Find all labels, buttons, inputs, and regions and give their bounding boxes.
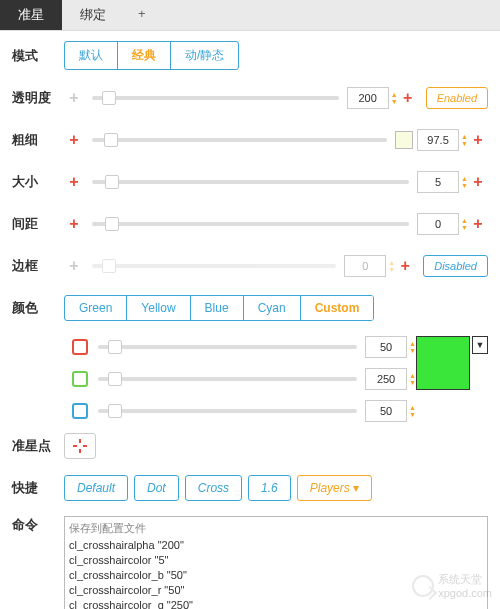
row-alpha: 透明度 + 200 ▲▼ + Enabled [12, 84, 488, 112]
thickness-swatch [395, 131, 413, 149]
mode-dynamic[interactable]: 动/静态 [171, 42, 238, 69]
plus-icon[interactable]: + [64, 215, 84, 233]
plus-icon[interactable]: + [395, 257, 415, 275]
gap-slider[interactable] [92, 222, 409, 226]
row-quick: 快捷 Default Dot Cross 1.6 Players [12, 474, 488, 502]
alpha-status[interactable]: Enabled [426, 87, 488, 109]
tab-add[interactable]: + [124, 0, 160, 30]
plus-icon[interactable]: + [64, 173, 84, 191]
outline-label: 边框 [12, 257, 64, 275]
plus-icon[interactable]: + [64, 257, 84, 275]
size-value[interactable]: 5 [417, 171, 459, 193]
plus-icon[interactable]: + [468, 173, 488, 191]
plus-icon[interactable]: + [468, 215, 488, 233]
blue-swatch [72, 403, 88, 419]
size-slider[interactable] [92, 180, 409, 184]
color-dropdown[interactable]: ▼ [472, 336, 488, 354]
mode-default[interactable]: 默认 [65, 42, 118, 69]
thickness-spinner[interactable]: ▲▼ [461, 133, 468, 147]
size-spinner[interactable]: ▲▼ [461, 175, 468, 189]
thickness-label: 粗细 [12, 131, 64, 149]
tab-bar: 准星 绑定 + [0, 0, 500, 31]
plus-icon[interactable]: + [398, 89, 418, 107]
plus-icon[interactable]: + [64, 131, 84, 149]
tab-bind[interactable]: 绑定 [62, 0, 124, 30]
plus-icon[interactable]: + [64, 89, 84, 107]
tab-crosshair[interactable]: 准星 [0, 0, 62, 30]
color-green[interactable]: Green [65, 296, 127, 320]
red-slider[interactable] [98, 345, 357, 349]
outline-slider[interactable] [92, 264, 336, 268]
color-label: 颜色 [12, 299, 64, 317]
row-outline: 边框 + 0 ▲▼ + Disabled [12, 252, 488, 280]
row-mode: 模式 默认 经典 动/静态 [12, 41, 488, 70]
color-cyan[interactable]: Cyan [244, 296, 301, 320]
thickness-slider[interactable] [92, 138, 387, 142]
cmd-save-title: 保存到配置文件 [69, 521, 483, 536]
red-value[interactable]: 50 [365, 336, 407, 358]
color-preview-wrap: ▼ [416, 336, 488, 432]
quick-label: 快捷 [12, 479, 64, 497]
alpha-slider[interactable] [92, 96, 339, 100]
gap-label: 间距 [12, 215, 64, 233]
mode-label: 模式 [12, 47, 64, 65]
row-color-b: 50 ▲▼ [12, 400, 416, 422]
dot-label: 准星点 [12, 437, 64, 455]
watermark: 系统天堂 xpgod.com [412, 572, 492, 599]
dot-preview[interactable] [64, 433, 96, 459]
crosshair-icon [72, 438, 88, 454]
row-thickness: 粗细 + 97.5 ▲▼ + [12, 126, 488, 154]
thickness-value[interactable]: 97.5 [417, 129, 459, 151]
red-spinner[interactable]: ▲▼ [409, 340, 416, 354]
alpha-label: 透明度 [12, 89, 64, 107]
green-value[interactable]: 250 [365, 368, 407, 390]
row-gap: 间距 + 0 ▲▼ + [12, 210, 488, 238]
gap-spinner[interactable]: ▲▼ [461, 217, 468, 231]
alpha-value[interactable]: 200 [347, 87, 389, 109]
row-color: 颜色 Green Yellow Blue Cyan Custom [12, 294, 488, 322]
blue-slider[interactable] [98, 409, 357, 413]
row-color-r: 50 ▲▼ [12, 336, 416, 358]
quick-dot[interactable]: Dot [134, 475, 179, 501]
quick-cross[interactable]: Cross [185, 475, 242, 501]
green-spinner[interactable]: ▲▼ [409, 372, 416, 386]
size-label: 大小 [12, 173, 64, 191]
color-group: Green Yellow Blue Cyan Custom [64, 295, 374, 321]
color-custom[interactable]: Custom [301, 296, 374, 320]
outline-status[interactable]: Disabled [423, 255, 488, 277]
quick-players[interactable]: Players [297, 475, 372, 501]
row-color-g: 250 ▲▼ [12, 368, 416, 390]
watermark-site: xpgod.com [438, 587, 492, 599]
alpha-spinner[interactable]: ▲▼ [391, 91, 398, 105]
green-swatch [72, 371, 88, 387]
color-blue[interactable]: Blue [191, 296, 244, 320]
mode-group: 默认 经典 动/静态 [64, 41, 239, 70]
blue-value[interactable]: 50 [365, 400, 407, 422]
cmd-label: 命令 [12, 516, 64, 534]
color-yellow[interactable]: Yellow [127, 296, 190, 320]
gap-value[interactable]: 0 [417, 213, 459, 235]
mode-classic[interactable]: 经典 [118, 42, 171, 69]
outline-spinner[interactable]: ▲▼ [388, 259, 395, 273]
green-slider[interactable] [98, 377, 357, 381]
watermark-text: 系统天堂 [438, 572, 492, 587]
quick-default[interactable]: Default [64, 475, 128, 501]
row-dot: 准星点 [12, 432, 488, 460]
blue-spinner[interactable]: ▲▼ [409, 404, 416, 418]
red-swatch [72, 339, 88, 355]
quick-16[interactable]: 1.6 [248, 475, 291, 501]
row-size: 大小 + 5 ▲▼ + [12, 168, 488, 196]
outline-value[interactable]: 0 [344, 255, 386, 277]
search-icon [412, 575, 434, 597]
color-preview [416, 336, 470, 390]
plus-icon[interactable]: + [468, 131, 488, 149]
